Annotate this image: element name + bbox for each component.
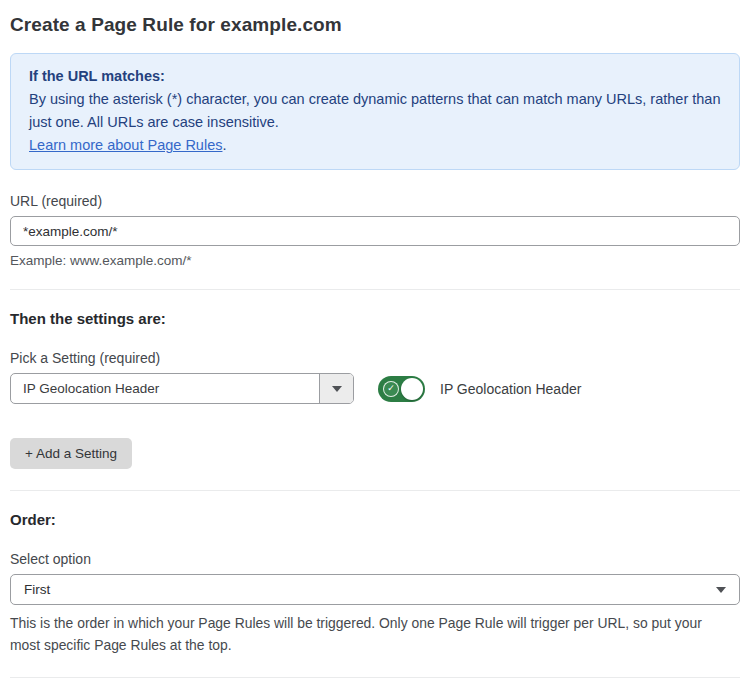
order-section-heading: Order: bbox=[10, 511, 740, 528]
setting-row: IP Geolocation Header ✓ IP Geolocation H… bbox=[10, 373, 740, 404]
url-input[interactable] bbox=[10, 216, 740, 246]
learn-more-link[interactable]: Learn more about Page Rules bbox=[29, 137, 222, 153]
chevron-down-icon bbox=[332, 386, 342, 392]
order-help-text: This is the order in which your Page Rul… bbox=[10, 613, 732, 656]
divider bbox=[10, 289, 740, 290]
info-box-body: By using the asterisk (*) character, you… bbox=[29, 88, 721, 134]
chevron-down-icon bbox=[716, 587, 726, 593]
url-match-info-box: If the URL matches: By using the asteris… bbox=[10, 53, 740, 170]
add-setting-button[interactable]: + Add a Setting bbox=[10, 438, 132, 469]
url-field-example: Example: www.example.com/* bbox=[10, 253, 740, 268]
setting-select-value: IP Geolocation Header bbox=[11, 374, 319, 403]
order-select-value: First bbox=[24, 582, 50, 597]
page-title: Create a Page Rule for example.com bbox=[10, 14, 740, 36]
setting-select-dropdown-button[interactable] bbox=[319, 374, 353, 403]
url-field-label: URL (required) bbox=[10, 193, 740, 209]
link-period: . bbox=[222, 137, 226, 153]
order-select[interactable]: First bbox=[10, 574, 740, 605]
create-page-rule-form: Create a Page Rule for example.com If th… bbox=[0, 0, 750, 687]
toggle-label: IP Geolocation Header bbox=[440, 381, 581, 397]
divider bbox=[10, 677, 740, 678]
order-select-label: Select option bbox=[10, 551, 740, 567]
toggle-knob bbox=[401, 378, 423, 400]
setting-picker-label: Pick a Setting (required) bbox=[10, 350, 740, 366]
info-box-heading: If the URL matches: bbox=[29, 65, 721, 88]
check-icon: ✓ bbox=[383, 381, 399, 397]
divider bbox=[10, 490, 740, 491]
ip-geolocation-toggle[interactable]: ✓ bbox=[378, 376, 425, 402]
info-box-link-line: Learn more about Page Rules. bbox=[29, 134, 721, 157]
setting-select[interactable]: IP Geolocation Header bbox=[10, 373, 354, 404]
settings-section-heading: Then the settings are: bbox=[10, 310, 740, 327]
